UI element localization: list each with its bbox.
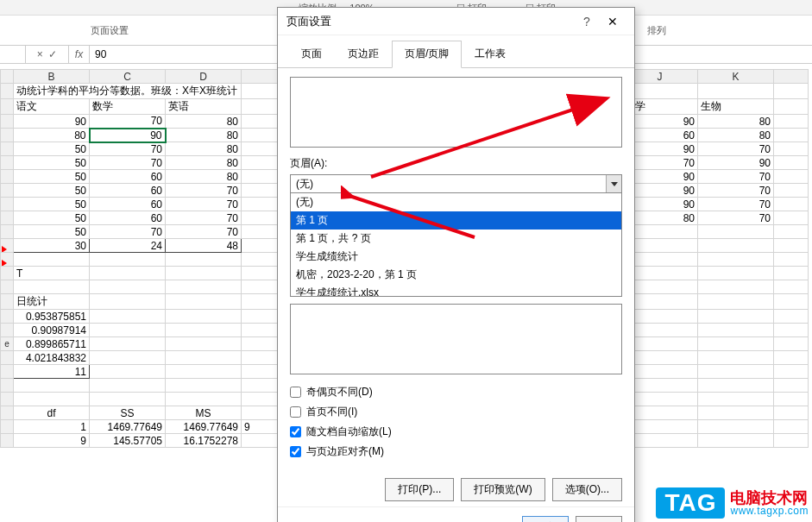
- tab-sheet[interactable]: 工作表: [462, 41, 519, 67]
- active-cell[interactable]: 90: [90, 129, 166, 142]
- cancel-button[interactable]: 取消: [576, 516, 622, 522]
- stat-label[interactable]: 日统计: [14, 294, 90, 310]
- header-b[interactable]: 语文: [14, 99, 90, 115]
- dropdown-list: (无) 第 1 页 第 1 页，共 ? 页 学生成绩统计 机密，2023-2-2…: [290, 193, 622, 297]
- footer-preview: [290, 304, 622, 374]
- col-header-C[interactable]: C: [90, 70, 166, 84]
- ribbon-group-pagesetup: 页面设置: [91, 24, 129, 37]
- col-header-B[interactable]: B: [14, 70, 90, 84]
- watermark-tag: TAG: [656, 487, 725, 519]
- header-dropdown[interactable]: (无) (无) 第 1 页 第 1 页，共 ? 页 学生成绩统计 机密，2023…: [290, 174, 622, 297]
- dd-option-none[interactable]: (无): [291, 193, 621, 211]
- dialog-title: 页面设置: [286, 14, 574, 29]
- comment-indicator-icon: [2, 246, 7, 253]
- comment-indicator-icon: [2, 260, 7, 267]
- name-box[interactable]: [0, 46, 26, 63]
- dialog-tabs: 页面 页边距 页眉/页脚 工作表: [278, 35, 634, 68]
- header-d[interactable]: 英语: [166, 99, 242, 115]
- print-button[interactable]: 打印(P)...: [385, 478, 454, 501]
- col-header-K[interactable]: K: [698, 70, 774, 84]
- preview-button[interactable]: 打印预览(W): [461, 478, 544, 501]
- tab-margins[interactable]: 页边距: [335, 41, 392, 67]
- fx-button[interactable]: fx: [69, 46, 90, 63]
- header-k[interactable]: 生物: [698, 99, 774, 115]
- checkbox-autoscale[interactable]: [290, 426, 301, 437]
- header-c[interactable]: 数学: [90, 99, 166, 115]
- header-label: 页眉(A):: [290, 156, 622, 171]
- formula-cancel[interactable]: × ✓: [26, 46, 69, 63]
- corner-cell[interactable]: [1, 70, 14, 84]
- dd-option-page1ofn[interactable]: 第 1 页，共 ? 页: [291, 230, 621, 248]
- dd-option-page1[interactable]: 第 1 页: [291, 211, 621, 230]
- dropdown-button[interactable]: [606, 175, 621, 192]
- watermark: TAG 电脑技术网 www.tagxp.com: [656, 487, 809, 519]
- watermark-line2: www.tagxp.com: [730, 506, 809, 516]
- dd-option-conf[interactable]: 机密，2023-2-20，第 1 页: [291, 266, 621, 284]
- help-button[interactable]: ?: [574, 15, 600, 28]
- title-cell[interactable]: 动统计学科的平均分等数据。班级：X年X班统计: [14, 84, 242, 99]
- col-header-D[interactable]: D: [166, 70, 242, 84]
- tab-headerfooter[interactable]: 页眉/页脚: [392, 41, 462, 68]
- dd-option-title[interactable]: 学生成绩统计: [291, 248, 621, 266]
- checkbox-firstpage[interactable]: [290, 406, 301, 418]
- checkbox-oddeven[interactable]: [290, 387, 301, 398]
- options-button[interactable]: 选项(O)...: [552, 478, 622, 501]
- watermark-line1: 电脑技术网: [730, 490, 809, 506]
- checkbox-alignmargin[interactable]: [290, 446, 301, 457]
- ok-button[interactable]: 确定: [522, 516, 569, 522]
- chevron-down-icon: [611, 182, 618, 186]
- ribbon-group-arrange: 排列: [647, 24, 666, 37]
- dd-option-filename[interactable]: 学生成绩统计.xlsx: [291, 284, 621, 297]
- tab-page[interactable]: 页面: [288, 41, 335, 67]
- close-button[interactable]: ✕: [600, 15, 626, 28]
- page-setup-dialog: 页面设置 ? ✕ 页面 页边距 页眉/页脚 工作表 页眉(A): (无) (无)…: [277, 7, 635, 522]
- header-preview: [290, 77, 622, 148]
